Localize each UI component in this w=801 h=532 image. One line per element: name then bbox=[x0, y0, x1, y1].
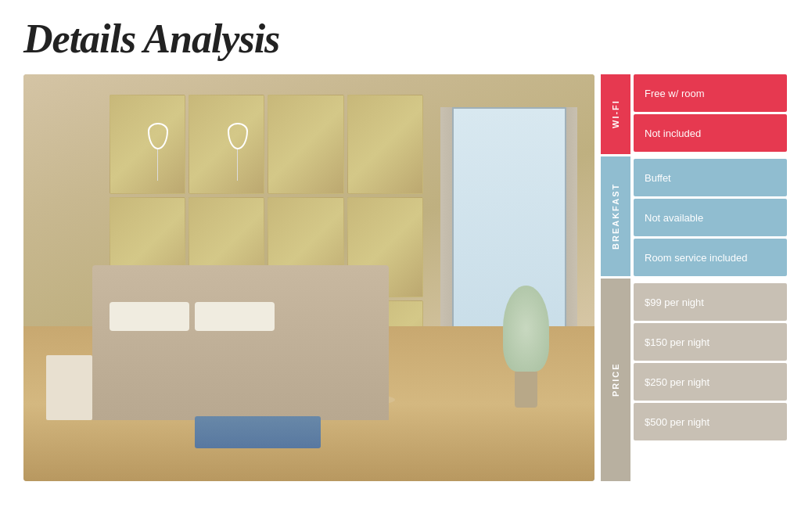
plant-vase bbox=[515, 372, 537, 408]
spacer-1 bbox=[634, 154, 787, 156]
main-content: WI-FI BREAKFAST PRICE Free w/ room Not i… bbox=[23, 74, 778, 497]
page-wrapper: Details Analysis bbox=[0, 0, 801, 532]
wifi-option-free-label: Free w/ room bbox=[645, 88, 705, 99]
lamp-shade bbox=[148, 123, 168, 149]
panel bbox=[189, 95, 264, 194]
pillow-1 bbox=[110, 302, 189, 330]
options-panel: WI-FI BREAKFAST PRICE Free w/ room Not i… bbox=[601, 74, 787, 481]
wifi-option-not-included[interactable]: Not included bbox=[634, 114, 787, 152]
lamp-2 bbox=[229, 123, 246, 196]
price-option-500[interactable]: $500 per night bbox=[634, 403, 787, 440]
spacer-2 bbox=[634, 279, 787, 281]
breakfast-option-not-available-label: Not available bbox=[645, 212, 703, 224]
price-option-99[interactable]: $99 per night bbox=[634, 283, 787, 321]
wifi-option-not-included-label: Not included bbox=[645, 128, 701, 139]
price-option-99-label: $99 per night bbox=[645, 297, 704, 308]
nightstand bbox=[46, 355, 92, 420]
panel bbox=[110, 95, 185, 194]
breakfast-option-not-available[interactable]: Not available bbox=[634, 199, 787, 236]
price-category-label: PRICE bbox=[601, 279, 630, 481]
lamp-1 bbox=[149, 123, 167, 196]
hotel-image bbox=[23, 74, 594, 481]
wifi-category-label: WI-FI bbox=[601, 74, 630, 154]
plant-leaves bbox=[503, 286, 548, 371]
plant bbox=[503, 286, 548, 408]
breakfast-option-room-service[interactable]: Room service included bbox=[634, 239, 787, 276]
panel bbox=[347, 95, 423, 194]
wifi-option-free[interactable]: Free w/ room bbox=[634, 74, 787, 112]
category-labels: WI-FI BREAKFAST PRICE bbox=[601, 74, 630, 481]
breakfast-option-buffet-label: Buffet bbox=[645, 172, 671, 184]
price-option-150-label: $150 per night bbox=[645, 336, 709, 348]
bench bbox=[195, 416, 321, 449]
lamp-cord bbox=[157, 149, 158, 181]
panel bbox=[268, 95, 343, 194]
breakfast-category-label: BREAKFAST bbox=[601, 156, 630, 276]
breakfast-option-buffet[interactable]: Buffet bbox=[634, 159, 787, 196]
bed bbox=[92, 265, 390, 420]
options-list: Free w/ room Not included Buffet Not ava… bbox=[630, 74, 787, 481]
breakfast-option-room-service-label: Room service included bbox=[645, 252, 748, 264]
page-title: Details Analysis bbox=[23, 16, 778, 62]
price-option-150[interactable]: $150 per night bbox=[634, 323, 787, 361]
lamp-cord-2 bbox=[237, 149, 238, 181]
pillow-2 bbox=[195, 302, 275, 330]
lamp-shade-2 bbox=[228, 123, 248, 149]
price-option-250[interactable]: $250 per night bbox=[634, 363, 787, 401]
price-option-500-label: $500 per night bbox=[645, 416, 709, 428]
price-option-250-label: $250 per night bbox=[645, 376, 709, 388]
